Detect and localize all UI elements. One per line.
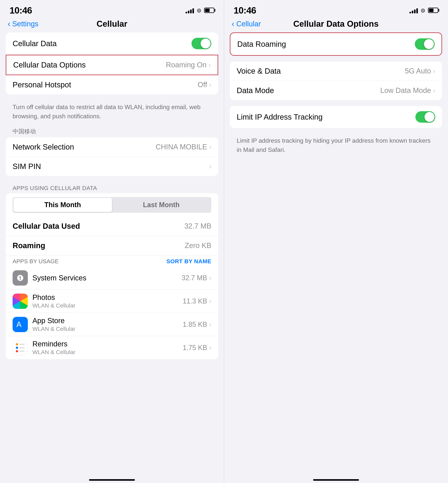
svg-text:A: A: [16, 320, 22, 329]
segment-this-month[interactable]: This Month: [13, 198, 112, 212]
appstore-chevron: ›: [209, 321, 211, 329]
home-indicator-left: [0, 472, 224, 483]
system-services-chevron: ›: [209, 274, 211, 282]
voice-data-right: 5G Auto ›: [405, 67, 435, 75]
reminders-chevron: ›: [209, 344, 211, 352]
cellular-data-toggle[interactable]: [192, 38, 211, 49]
photos-info: Photos WLAN & Cellular: [32, 293, 183, 309]
voice-data-label: Voice & Data: [237, 67, 281, 75]
cellular-data-options-chevron: ›: [208, 61, 211, 69]
reminders-info: Reminders WLAN & Cellular: [32, 340, 183, 355]
signal-bar-4: [192, 8, 194, 13]
status-icons-right: ⊜: [409, 7, 438, 14]
content-left: Cellular Data Cellular Data Options Roam…: [0, 32, 224, 472]
cellular-data-options-row[interactable]: Cellular Data Options Roaming On ›: [6, 55, 218, 75]
signal-bar-r3: [414, 9, 416, 13]
photos-sub: WLAN & Cellular: [32, 302, 183, 309]
cellular-description: Turn off cellular data to restrict all d…: [6, 100, 218, 125]
personal-hotspot-label: Personal Hotspot: [13, 80, 71, 89]
app-row-photos[interactable]: Photos WLAN & Cellular 11.3 KB ›: [6, 290, 218, 313]
personal-hotspot-row[interactable]: Personal Hotspot Off ›: [6, 75, 218, 94]
personal-hotspot-chevron: ›: [209, 81, 211, 89]
photos-value: 11.3 KB: [183, 297, 207, 305]
reminders-value: 1.75 KB: [183, 344, 207, 352]
data-mode-label: Data Mode: [237, 86, 274, 95]
back-button-left[interactable]: ‹ Settings: [8, 20, 38, 28]
signal-bar-1: [185, 12, 187, 13]
data-mode-row[interactable]: Data Mode Low Data Mode ›: [230, 81, 442, 100]
apps-section-label: APPS USING CELLULAR DATA: [6, 182, 218, 193]
system-services-name: System Services: [32, 274, 182, 282]
battery-fill: [205, 8, 210, 12]
personal-hotspot-value: Off: [198, 81, 207, 89]
page-title-right: Cellular Data Options: [293, 19, 379, 29]
toggle-thumb: [201, 39, 211, 48]
page-title-left: Cellular: [96, 19, 127, 29]
app-row-system[interactable]: System Services 32.7 MB ›: [6, 266, 218, 290]
network-selection-row[interactable]: Network Selection CHINA MOBILE ›: [6, 137, 218, 157]
limit-ip-toggle[interactable]: [415, 111, 435, 123]
left-panel: 10:46 ⊜ ‹ Settings Cellular Cell: [0, 0, 224, 483]
sort-by-name-button[interactable]: SORT BY NAME: [167, 258, 211, 265]
status-bar-left: 10:46 ⊜: [0, 0, 224, 17]
status-icons-left: ⊜: [185, 7, 214, 14]
signal-bar-3: [190, 9, 192, 13]
cellular-data-used-row: Cellular Data Used 32.7 MB: [6, 217, 218, 236]
nav-header-left: ‹ Settings Cellular: [0, 17, 224, 32]
app-row-appstore[interactable]: A App Store WLAN & Cellular 1.85 KB ›: [6, 313, 218, 336]
limit-ip-row: Limit IP Address Tracking: [230, 106, 442, 128]
back-chevron-left: ‹: [8, 20, 10, 28]
signal-icon: [185, 7, 194, 13]
apps-by-usage-label: APPS BY USAGE: [13, 258, 59, 265]
voice-data-card: Voice & Data 5G Auto › Data Mode Low Dat…: [230, 61, 442, 100]
status-bar-right: 10:46 ⊜: [224, 0, 448, 17]
cellular-data-label: Cellular Data: [13, 39, 57, 48]
content-right: Data Roaming Voice & Data 5G Auto › Data…: [224, 32, 448, 472]
roaming-label: Roaming: [13, 241, 45, 250]
signal-bar-r4: [416, 8, 418, 13]
home-bar-left: [89, 479, 135, 481]
reminders-name: Reminders: [32, 340, 183, 348]
reminders-sub: WLAN & Cellular: [32, 349, 183, 355]
photos-chevron: ›: [209, 297, 211, 305]
photos-icon: [13, 294, 28, 309]
system-services-info: System Services: [32, 274, 182, 282]
signal-icon-right: [409, 7, 418, 13]
battery-icon-right: [428, 8, 438, 13]
sim-pin-row[interactable]: SIM PIN ›: [6, 157, 218, 176]
app-row-reminders[interactable]: Reminders WLAN & Cellular 1.75 KB ›: [6, 336, 218, 359]
sim-pin-label: SIM PIN: [13, 162, 41, 171]
cellular-data-used-value: 32.7 MB: [184, 222, 211, 230]
data-mode-chevron: ›: [433, 87, 435, 95]
data-roaming-card: Data Roaming: [230, 32, 442, 56]
appstore-value: 1.85 KB: [183, 321, 207, 329]
appstore-icon: A: [13, 317, 28, 332]
appstore-data: 1.85 KB ›: [183, 321, 211, 329]
wifi-icon: ⊜: [197, 7, 201, 14]
signal-bar-r2: [412, 11, 413, 13]
data-roaming-toggle-thumb: [424, 39, 434, 49]
back-button-right[interactable]: ‹ Cellular: [232, 20, 261, 28]
system-services-icon: [13, 270, 28, 286]
data-roaming-row: Data Roaming: [230, 33, 441, 55]
segment-last-month[interactable]: Last Month: [112, 198, 211, 212]
back-chevron-right: ‹: [232, 20, 234, 28]
data-roaming-label: Data Roaming: [237, 40, 286, 48]
appstore-sub: WLAN & Cellular: [32, 326, 183, 332]
reminders-data: 1.75 KB ›: [183, 344, 211, 352]
home-bar-right: [313, 479, 359, 481]
nav-header-right: ‹ Cellular Cellular Data Options: [224, 17, 448, 32]
apps-by-usage-header: APPS BY USAGE SORT BY NAME: [6, 255, 218, 266]
segment-control[interactable]: This Month Last Month: [13, 197, 211, 213]
signal-bar-r1: [409, 12, 411, 13]
data-roaming-toggle[interactable]: [415, 38, 435, 50]
network-selection-label: Network Selection: [13, 143, 74, 151]
voice-data-row[interactable]: Voice & Data 5G Auto ›: [230, 61, 442, 81]
apps-section-card: This Month Last Month Cellular Data Used…: [6, 193, 218, 359]
carrier-section-label: 中国移动: [6, 125, 218, 137]
network-selection-right: CHINA MOBILE ›: [156, 143, 211, 151]
wifi-icon-right: ⊜: [421, 7, 425, 14]
battery-fill-right: [429, 8, 433, 12]
battery-icon: [204, 8, 214, 13]
cellular-data-options-right: Roaming On ›: [166, 61, 211, 69]
